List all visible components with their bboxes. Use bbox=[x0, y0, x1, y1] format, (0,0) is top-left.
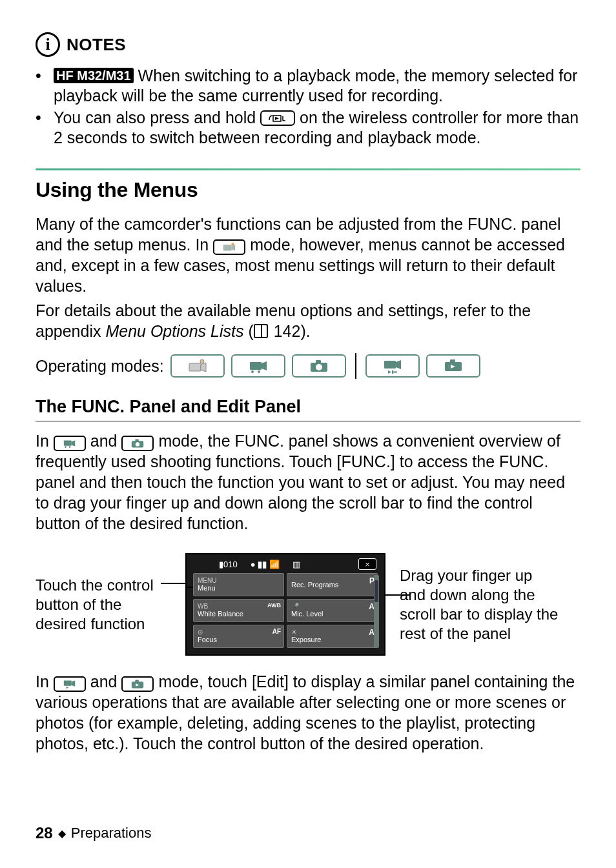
section-para-2: For details about the available menu opt… bbox=[36, 300, 580, 341]
p2-paren: ( bbox=[243, 322, 253, 340]
subsection-para-2: In and mode, touch [Edit] to display a s… bbox=[36, 671, 580, 754]
notes-item-2-pre: You can also press and hold bbox=[54, 108, 260, 126]
ss-header: ▮010 ● ▮▮ 📶 ▥ bbox=[190, 558, 380, 573]
svg-point-16 bbox=[68, 446, 70, 448]
mode-movie-play-icon bbox=[365, 354, 420, 378]
ss-cell-focus[interactable]: ⊙FocusAF bbox=[193, 625, 284, 648]
svg-point-15 bbox=[65, 446, 67, 448]
manual-page-icon bbox=[254, 327, 268, 338]
subsection-rule bbox=[36, 421, 580, 421]
svg-rect-14 bbox=[64, 440, 72, 445]
auto-mode-icon bbox=[213, 239, 245, 255]
svg-rect-22 bbox=[136, 680, 139, 683]
svg-rect-18 bbox=[136, 439, 139, 442]
sp2-b: and bbox=[90, 672, 122, 691]
mode-divider bbox=[355, 353, 356, 379]
inline-photo-play-icon bbox=[121, 676, 154, 692]
operating-modes-label: Operating modes: bbox=[36, 357, 164, 376]
ss-close-icon[interactable]: × bbox=[358, 558, 376, 570]
svg-point-2 bbox=[231, 243, 234, 246]
page-footer: 28 ◆ Preparations bbox=[36, 824, 151, 842]
svg-rect-20 bbox=[64, 681, 72, 686]
operating-modes-row: Operating modes: bbox=[36, 353, 580, 379]
ss-cell-exposure[interactable]: ☀ExposureA bbox=[287, 625, 378, 648]
svg-point-6 bbox=[251, 370, 254, 373]
svg-point-19 bbox=[136, 442, 139, 446]
ss-cell-rec-programs[interactable]: Rec. ProgramsP bbox=[287, 573, 378, 596]
p2-ref: Menu Options Lists bbox=[105, 322, 243, 340]
notes-title: NOTES bbox=[67, 35, 126, 55]
inline-movie-rec-icon bbox=[54, 436, 86, 451]
ss-scrollbar[interactable] bbox=[374, 575, 379, 648]
mode-movie-rec-icon bbox=[231, 354, 285, 378]
svg-rect-1 bbox=[223, 245, 232, 250]
leader-line-right bbox=[384, 594, 410, 596]
func-panel-screenshot: ▮010 ● ▮▮ 📶 ▥ × MENUMenu Rec. ProgramsP … bbox=[185, 553, 385, 656]
svg-rect-11 bbox=[384, 361, 396, 368]
leader-line-left bbox=[161, 583, 187, 584]
svg-point-4 bbox=[200, 359, 204, 363]
ss-cell-menu[interactable]: MENUMenu bbox=[193, 573, 284, 596]
ss-counter: 010 bbox=[223, 560, 238, 569]
ss-cell-mic-level[interactable]: 🎤Mic. LevelA bbox=[287, 599, 378, 622]
svg-rect-5 bbox=[250, 362, 262, 370]
footer-diamond-icon: ◆ bbox=[58, 827, 66, 840]
svg-point-10 bbox=[316, 364, 322, 370]
svg-rect-13 bbox=[450, 359, 455, 363]
model-badge: HF M32/M31 bbox=[54, 68, 134, 83]
notes-list: HF M32/M31 When switching to a playback … bbox=[36, 66, 580, 148]
ss-cell-white-balance[interactable]: WBWhite BalanceAWB bbox=[193, 599, 284, 622]
figure-caption-left: Touch the control button of the desired … bbox=[36, 576, 171, 634]
section-heading: Using the Menus bbox=[36, 178, 580, 202]
section-divider bbox=[36, 168, 580, 170]
section-para-1: Many of the camcorder's functions can be… bbox=[36, 214, 580, 296]
notes-item-1: HF M32/M31 When switching to a playback … bbox=[36, 66, 580, 106]
page-number: 28 bbox=[36, 824, 53, 842]
figure-row: Touch the control button of the desired … bbox=[36, 553, 580, 656]
mode-auto-icon bbox=[170, 354, 225, 378]
inline-movie-play-icon bbox=[54, 676, 86, 692]
mode-photo-play-icon bbox=[426, 354, 480, 378]
svg-rect-9 bbox=[316, 360, 321, 363]
sp1-b: and bbox=[90, 432, 122, 450]
sp2-a: In bbox=[36, 672, 54, 691]
figure-caption-right: Drag your finger up and down along the s… bbox=[400, 566, 560, 643]
svg-point-7 bbox=[258, 370, 260, 373]
inline-photo-rec-icon bbox=[121, 436, 154, 451]
subsection-heading: The FUNC. Panel and Edit Panel bbox=[36, 397, 580, 417]
p2-page: 142). bbox=[269, 322, 311, 340]
footer-chapter: Preparations bbox=[71, 825, 152, 842]
notes-header: i NOTES bbox=[36, 32, 580, 57]
sp1-a: In bbox=[36, 432, 54, 450]
subsection-para-1: In and mode, the FUNC. panel shows a con… bbox=[36, 430, 580, 534]
svg-rect-3 bbox=[189, 363, 201, 371]
remote-play-button-icon bbox=[260, 110, 295, 126]
notes-item-2: You can also press and hold on the wirel… bbox=[36, 108, 580, 148]
mode-photo-rec-icon bbox=[292, 354, 346, 378]
info-icon: i bbox=[36, 32, 60, 57]
